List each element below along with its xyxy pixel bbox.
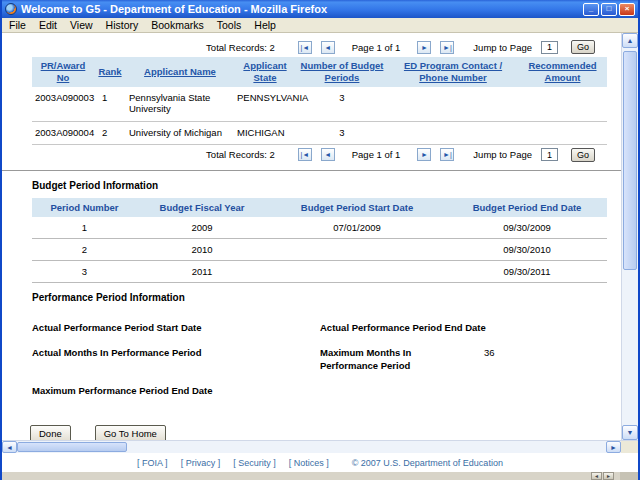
applicant-state-cell: MICHIGAN [234,121,296,144]
start-date-cell [267,238,447,260]
header-budget-periods[interactable]: Number of Budget Periods [296,57,388,87]
header-budget-end-date: Budget Period End Date [447,198,607,217]
previous-page-button[interactable]: ◄ [321,148,335,161]
previous-page-button[interactable]: ◄ [321,41,335,54]
go-button-top[interactable]: Go [571,40,595,54]
budget-periods-cell: 3 [296,121,388,144]
end-date-cell: 09/30/2010 [447,238,607,260]
jump-to-page-input[interactable] [541,41,558,54]
scroll-up-arrow-icon[interactable]: ▲ [622,33,638,48]
notices-link[interactable]: [ Notices ] [289,458,329,468]
rank-cell: 2 [94,121,126,144]
window-controls: _ □ × [583,3,635,16]
title-bar: Welcome to G5 - Department of Education … [2,0,638,18]
end-date-cell: 09/30/2009 [447,217,607,239]
pagination-top: Total Records: 2 |◄ ◄ Page 1 of 1 ► ►| J… [2,40,595,54]
header-budget-fiscal-year: Budget Fiscal Year [137,198,267,217]
menu-item-file[interactable]: File [9,19,26,31]
first-page-button[interactable]: |◄ [298,148,312,161]
security-link[interactable]: [ Security ] [233,458,276,468]
close-button[interactable]: × [619,3,635,16]
menu-item-bookmarks[interactable]: Bookmarks [151,19,204,31]
header-applicant-name[interactable]: Applicant Name [126,57,234,87]
header-ed-contact[interactable]: ED Program Contact / Phone Number [388,57,518,87]
mini-scroll-left-icon[interactable]: ◄ [591,472,602,480]
done-button[interactable]: Done [30,425,71,440]
sort-link-pr-award[interactable]: PR/Award No [41,60,86,83]
page-indicator: Page 1 of 1 [352,149,401,160]
browser-window: Welcome to G5 - Department of Education … [0,0,640,480]
table-row: 1 2009 07/01/2009 09/30/2009 [32,217,607,239]
sort-link-recommended-amount[interactable]: Recommended Amount [528,60,596,83]
menu-item-edit[interactable]: Edit [39,19,57,31]
header-applicant-state[interactable]: Applicant State [234,57,296,87]
vertical-scroll-thumb[interactable] [623,51,637,270]
menu-item-view[interactable]: View [70,19,93,31]
go-to-home-button[interactable]: Go To Home [95,425,166,440]
fiscal-year-cell: 2011 [137,260,267,282]
vertical-scroll-track[interactable] [622,48,638,425]
header-pr-award-no[interactable]: PR/Award No [32,57,94,87]
horizontal-scroll-track[interactable] [127,441,606,453]
start-date-cell: 07/01/2009 [267,217,447,239]
sort-link-ed-contact[interactable]: ED Program Contact / Phone Number [404,60,502,83]
menu-item-help[interactable]: Help [254,19,276,31]
maximize-button[interactable]: □ [601,3,617,16]
horizontal-scroll-thumb[interactable] [17,442,127,452]
pr-award-cell: 2003A090003 [32,87,94,121]
end-date-cell: 09/30/2011 [447,260,607,282]
last-page-button[interactable]: ►| [440,41,454,54]
total-records-label: Total Records: 2 [206,42,275,53]
horizontal-scrollbar[interactable]: ◄ ► [2,440,638,453]
scrollbar-corner [621,441,638,453]
minimize-button[interactable]: _ [583,3,599,16]
scroll-down-arrow-icon[interactable]: ▼ [622,425,638,440]
next-page-button[interactable]: ► [417,41,431,54]
mini-scroll-right-icon[interactable]: ► [603,472,614,480]
sort-link-applicant-name[interactable]: Applicant Name [144,66,216,77]
header-rank[interactable]: Rank [94,57,126,87]
sort-link-rank[interactable]: Rank [98,66,121,77]
budget-header-row: Period Number Budget Fiscal Year Budget … [32,198,607,217]
actual-months-label: Actual Months In Performance Period [32,347,320,358]
jump-to-page-label: Jump to Page [473,149,532,160]
foia-link[interactable]: [ FOIA ] [137,458,168,468]
recommended-amount-cell [518,121,607,144]
sort-link-applicant-state[interactable]: Applicant State [243,60,286,83]
scroll-left-arrow-icon[interactable]: ◄ [2,441,17,453]
vertical-scrollbar[interactable]: ▲ ▼ [621,33,638,440]
main-frame: Total Records: 2 |◄ ◄ Page 1 of 1 ► ►| J… [2,33,638,440]
section-divider [2,170,621,171]
fiscal-year-cell: 2009 [137,217,267,239]
recommended-amount-cell [518,87,607,121]
first-page-button[interactable]: |◄ [298,41,312,54]
period-number-cell: 1 [32,217,137,239]
menu-item-history[interactable]: History [106,19,139,31]
budget-period-table: Period Number Budget Fiscal Year Budget … [32,198,607,283]
pagination-bottom: Total Records: 2 |◄ ◄ Page 1 of 1 ► ►| J… [2,148,595,162]
footer-frame: [ FOIA ] [ Privacy ] [ Security ] [ Noti… [2,453,638,472]
table-row: 2 2010 09/30/2010 [32,238,607,260]
period-number-cell: 2 [32,238,137,260]
header-period-number: Period Number [32,198,137,217]
copyright-text: © 2007 U.S. Department of Education [352,458,503,468]
table-row: 2003A090004 2 University of Michigan MIC… [32,121,607,144]
resize-grip[interactable] [620,472,638,480]
go-button-bottom[interactable]: Go [571,148,595,162]
applicant-name-cell: Pennsylvania State University [126,87,234,121]
max-end-label: Maximum Performance Period End Date [32,385,320,396]
menu-bar: File Edit View History Bookmarks Tools H… [2,18,638,33]
next-page-button[interactable]: ► [417,148,431,161]
scroll-right-arrow-icon[interactable]: ► [606,441,621,453]
applicant-name-cell: University of Michigan [126,121,234,144]
header-recommended-amount[interactable]: Recommended Amount [518,57,607,87]
window-title: Welcome to G5 - Department of Education … [21,3,579,15]
table-row: 3 2011 09/30/2011 [32,260,607,282]
last-page-button[interactable]: ►| [440,148,454,161]
performance-row: Maximum Performance Period End Date [32,385,621,396]
menu-item-tools[interactable]: Tools [217,19,242,31]
pr-award-cell: 2003A090004 [32,121,94,144]
sort-link-budget-periods[interactable]: Number of Budget Periods [301,60,384,83]
jump-to-page-input[interactable] [541,148,558,161]
privacy-link[interactable]: [ Privacy ] [181,458,221,468]
